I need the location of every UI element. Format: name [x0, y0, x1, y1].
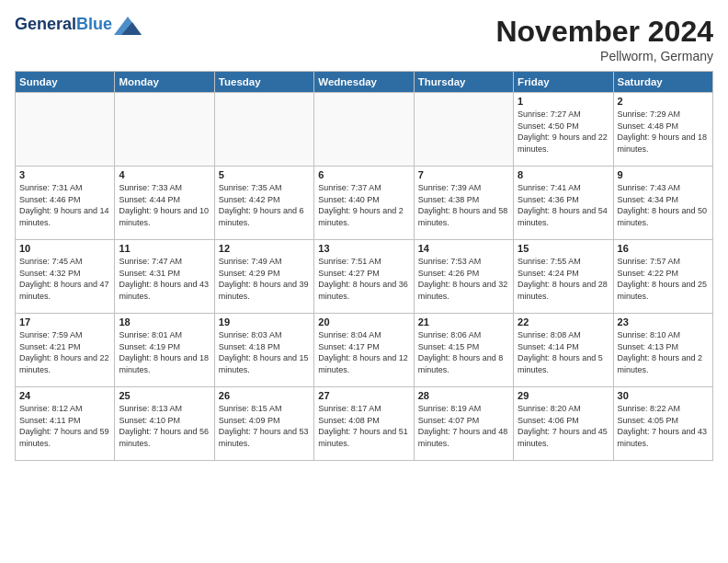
calendar-cell: 19Sunrise: 8:03 AM Sunset: 4:18 PM Dayli… — [214, 314, 313, 387]
col-sunday: Sunday — [16, 72, 115, 93]
logo-text: GeneralBlue — [15, 16, 112, 34]
calendar-cell: 18Sunrise: 8:01 AM Sunset: 4:19 PM Dayli… — [115, 314, 214, 387]
main-title: November 2024 — [495, 15, 713, 49]
day-number: 5 — [219, 169, 310, 180]
day-info: Sunrise: 8:20 AM Sunset: 4:06 PM Dayligh… — [518, 403, 609, 449]
calendar-cell: 10Sunrise: 7:45 AM Sunset: 4:32 PM Dayli… — [16, 240, 115, 314]
calendar-cell: 23Sunrise: 8:10 AM Sunset: 4:13 PM Dayli… — [613, 314, 712, 387]
calendar-week-2: 3Sunrise: 7:31 AM Sunset: 4:46 PM Daylig… — [16, 167, 713, 240]
col-monday: Monday — [115, 72, 214, 93]
day-number: 9 — [618, 169, 709, 180]
day-number: 1 — [518, 96, 609, 107]
calendar-week-3: 10Sunrise: 7:45 AM Sunset: 4:32 PM Dayli… — [16, 240, 713, 314]
calendar-cell: 29Sunrise: 8:20 AM Sunset: 4:06 PM Dayli… — [514, 387, 613, 461]
day-info: Sunrise: 8:01 AM Sunset: 4:19 PM Dayligh… — [119, 329, 210, 375]
day-info: Sunrise: 8:04 AM Sunset: 4:17 PM Dayligh… — [318, 329, 409, 375]
calendar-cell — [414, 93, 513, 167]
col-thursday: Thursday — [414, 72, 513, 93]
calendar-cell: 8Sunrise: 7:41 AM Sunset: 4:36 PM Daylig… — [514, 167, 613, 240]
day-number: 18 — [119, 316, 210, 327]
day-info: Sunrise: 7:37 AM Sunset: 4:40 PM Dayligh… — [318, 182, 409, 228]
day-info: Sunrise: 7:33 AM Sunset: 4:44 PM Dayligh… — [119, 182, 210, 228]
day-info: Sunrise: 8:15 AM Sunset: 4:09 PM Dayligh… — [219, 403, 310, 449]
calendar-cell: 1Sunrise: 7:27 AM Sunset: 4:50 PM Daylig… — [514, 93, 613, 167]
calendar-cell: 15Sunrise: 7:55 AM Sunset: 4:24 PM Dayli… — [514, 240, 613, 314]
calendar-cell — [115, 93, 214, 167]
day-info: Sunrise: 7:55 AM Sunset: 4:24 PM Dayligh… — [518, 256, 609, 302]
day-info: Sunrise: 7:49 AM Sunset: 4:29 PM Dayligh… — [219, 256, 310, 302]
day-info: Sunrise: 7:31 AM Sunset: 4:46 PM Dayligh… — [19, 182, 110, 228]
day-number: 12 — [219, 243, 310, 254]
day-info: Sunrise: 8:12 AM Sunset: 4:11 PM Dayligh… — [19, 403, 110, 449]
day-number: 21 — [418, 316, 509, 327]
calendar-cell: 20Sunrise: 8:04 AM Sunset: 4:17 PM Dayli… — [314, 314, 414, 387]
calendar-cell: 9Sunrise: 7:43 AM Sunset: 4:34 PM Daylig… — [613, 167, 712, 240]
day-number: 28 — [418, 390, 509, 401]
calendar-cell: 3Sunrise: 7:31 AM Sunset: 4:46 PM Daylig… — [16, 167, 115, 240]
day-number: 8 — [518, 169, 609, 180]
subtitle: Pellworm, Germany — [495, 49, 713, 63]
day-number: 27 — [318, 390, 409, 401]
calendar-cell: 28Sunrise: 8:19 AM Sunset: 4:07 PM Dayli… — [414, 387, 513, 461]
day-info: Sunrise: 7:51 AM Sunset: 4:27 PM Dayligh… — [318, 256, 409, 302]
calendar-cell: 17Sunrise: 7:59 AM Sunset: 4:21 PM Dayli… — [16, 314, 115, 387]
calendar-cell: 12Sunrise: 7:49 AM Sunset: 4:29 PM Dayli… — [214, 240, 313, 314]
day-info: Sunrise: 8:10 AM Sunset: 4:13 PM Dayligh… — [618, 329, 709, 375]
calendar-cell: 16Sunrise: 7:57 AM Sunset: 4:22 PM Dayli… — [613, 240, 712, 314]
calendar-cell: 4Sunrise: 7:33 AM Sunset: 4:44 PM Daylig… — [115, 167, 214, 240]
day-number: 6 — [318, 169, 409, 180]
day-number: 23 — [618, 316, 709, 327]
day-number: 20 — [318, 316, 409, 327]
col-tuesday: Tuesday — [214, 72, 313, 93]
day-number: 2 — [618, 96, 709, 107]
day-info: Sunrise: 8:08 AM Sunset: 4:14 PM Dayligh… — [518, 329, 609, 375]
day-info: Sunrise: 7:35 AM Sunset: 4:42 PM Dayligh… — [219, 182, 310, 228]
calendar-cell: 27Sunrise: 8:17 AM Sunset: 4:08 PM Dayli… — [314, 387, 414, 461]
calendar-cell: 24Sunrise: 8:12 AM Sunset: 4:11 PM Dayli… — [16, 387, 115, 461]
day-info: Sunrise: 7:29 AM Sunset: 4:48 PM Dayligh… — [618, 109, 709, 155]
day-info: Sunrise: 7:45 AM Sunset: 4:32 PM Dayligh… — [19, 256, 110, 302]
calendar-week-1: 1Sunrise: 7:27 AM Sunset: 4:50 PM Daylig… — [16, 93, 713, 167]
calendar-cell: 6Sunrise: 7:37 AM Sunset: 4:40 PM Daylig… — [314, 167, 414, 240]
calendar-cell: 22Sunrise: 8:08 AM Sunset: 4:14 PM Dayli… — [514, 314, 613, 387]
day-info: Sunrise: 8:06 AM Sunset: 4:15 PM Dayligh… — [418, 329, 509, 375]
calendar-cell: 21Sunrise: 8:06 AM Sunset: 4:15 PM Dayli… — [414, 314, 513, 387]
day-number: 17 — [19, 316, 110, 327]
day-number: 19 — [219, 316, 310, 327]
calendar-cell: 11Sunrise: 7:47 AM Sunset: 4:31 PM Dayli… — [115, 240, 214, 314]
calendar-cell — [214, 93, 313, 167]
day-number: 16 — [618, 243, 709, 254]
logo-icon — [114, 15, 142, 35]
calendar-cell: 25Sunrise: 8:13 AM Sunset: 4:10 PM Dayli… — [115, 387, 214, 461]
day-number: 13 — [318, 243, 409, 254]
day-info: Sunrise: 7:53 AM Sunset: 4:26 PM Dayligh… — [418, 256, 509, 302]
calendar-cell: 13Sunrise: 7:51 AM Sunset: 4:27 PM Dayli… — [314, 240, 414, 314]
day-info: Sunrise: 7:59 AM Sunset: 4:21 PM Dayligh… — [19, 329, 110, 375]
day-info: Sunrise: 8:22 AM Sunset: 4:05 PM Dayligh… — [618, 403, 709, 449]
day-number: 14 — [418, 243, 509, 254]
day-number: 10 — [19, 243, 110, 254]
day-number: 24 — [19, 390, 110, 401]
calendar-cell: 30Sunrise: 8:22 AM Sunset: 4:05 PM Dayli… — [613, 387, 712, 461]
col-saturday: Saturday — [613, 72, 712, 93]
calendar-cell: 14Sunrise: 7:53 AM Sunset: 4:26 PM Dayli… — [414, 240, 513, 314]
calendar-header-row: Sunday Monday Tuesday Wednesday Thursday… — [16, 72, 713, 93]
day-number: 11 — [119, 243, 210, 254]
col-wednesday: Wednesday — [314, 72, 414, 93]
header: GeneralBlue November 2024 Pellworm, Germ… — [15, 15, 713, 63]
calendar-cell: 2Sunrise: 7:29 AM Sunset: 4:48 PM Daylig… — [613, 93, 712, 167]
day-info: Sunrise: 8:17 AM Sunset: 4:08 PM Dayligh… — [318, 403, 409, 449]
day-number: 15 — [518, 243, 609, 254]
calendar-cell — [16, 93, 115, 167]
page: GeneralBlue November 2024 Pellworm, Germ… — [0, 0, 728, 563]
calendar-week-5: 24Sunrise: 8:12 AM Sunset: 4:11 PM Dayli… — [16, 387, 713, 461]
day-info: Sunrise: 7:39 AM Sunset: 4:38 PM Dayligh… — [418, 182, 509, 228]
calendar-cell: 7Sunrise: 7:39 AM Sunset: 4:38 PM Daylig… — [414, 167, 513, 240]
day-info: Sunrise: 7:47 AM Sunset: 4:31 PM Dayligh… — [119, 256, 210, 302]
day-info: Sunrise: 8:13 AM Sunset: 4:10 PM Dayligh… — [119, 403, 210, 449]
day-info: Sunrise: 8:03 AM Sunset: 4:18 PM Dayligh… — [219, 329, 310, 375]
day-number: 25 — [119, 390, 210, 401]
day-number: 3 — [19, 169, 110, 180]
title-block: November 2024 Pellworm, Germany — [495, 15, 713, 63]
day-number: 26 — [219, 390, 310, 401]
